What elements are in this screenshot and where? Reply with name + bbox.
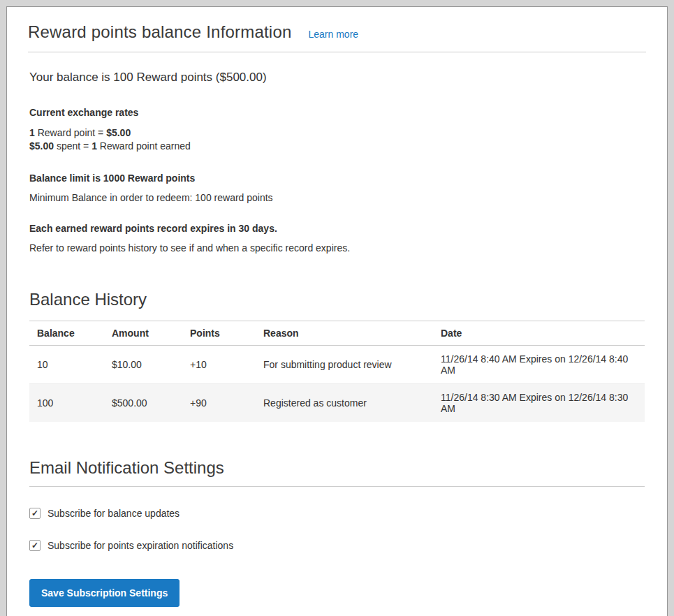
min-balance-text: Minimum Balance in order to redeem: 100 … xyxy=(29,192,645,203)
rate-points-value: 1 xyxy=(29,127,35,138)
exchange-rate-line-1: 1 Reward point = $5.00 xyxy=(29,126,645,140)
balance-summary: Your balance is 100 Reward points ($500.… xyxy=(29,71,645,85)
exchange-rate-line-2: $5.00 spent = 1 Reward point earned xyxy=(29,140,645,153)
column-header-reason: Reason xyxy=(256,321,433,345)
cell-points: +90 xyxy=(182,383,256,422)
exchange-rates: 1 Reward point = $5.00 $5.00 spent = 1 R… xyxy=(29,126,645,153)
rate-text: Reward point earned xyxy=(100,140,191,152)
reward-points-card: Reward points balance Information Learn … xyxy=(6,6,668,616)
page-title: Reward points balance Information xyxy=(28,22,291,42)
cell-points: +10 xyxy=(182,345,256,383)
checkbox-label: Subscribe for balance updates xyxy=(47,508,180,519)
expiry-note-text: Refer to reward points history to see if… xyxy=(29,242,645,254)
subscribe-balance-updates-option[interactable]: Subscribe for balance updates xyxy=(29,508,180,519)
expiration-notifications-checkbox[interactable] xyxy=(29,540,41,551)
rate-money-value: $5.00 xyxy=(106,127,131,138)
page-title-wrapper: Reward points balance Information Learn … xyxy=(28,22,646,52)
balance-history-table: Balance Amount Points Reason Date 10 $10… xyxy=(29,321,645,422)
checkbox-label: Subscribe for points expiration notifica… xyxy=(47,540,233,551)
cell-balance: 100 xyxy=(29,383,104,422)
rate-text: Reward point = xyxy=(38,127,104,138)
column-header-amount: Amount xyxy=(104,321,182,345)
email-settings-heading: Email Notification Settings xyxy=(29,458,645,487)
rate-points-value: 1 xyxy=(91,140,97,152)
cell-date: 11/26/14 8:40 AM Expires on 12/26/14 8:4… xyxy=(433,345,645,383)
rate-text: spent = xyxy=(57,140,89,152)
table-row: 100 $500.00 +90 Registered as customer 1… xyxy=(29,383,645,422)
table-header-row: Balance Amount Points Reason Date xyxy=(29,321,645,345)
learn-more-link[interactable]: Learn more xyxy=(308,29,358,40)
cell-reason: For submitting product review xyxy=(256,345,433,383)
table-row: 10 $10.00 +10 For submitting product rev… xyxy=(29,345,645,383)
subscribe-expiration-notifications-option[interactable]: Subscribe for points expiration notifica… xyxy=(29,540,233,551)
exchange-rates-heading: Current exchange rates xyxy=(29,107,645,118)
cell-amount: $500.00 xyxy=(104,383,182,422)
column-header-balance: Balance xyxy=(29,321,104,345)
expiry-heading: Each earned reward points record expires… xyxy=(29,223,645,234)
cell-date: 11/26/14 8:30 AM Expires on 12/26/14 8:3… xyxy=(433,383,645,422)
cell-amount: $10.00 xyxy=(104,345,182,383)
column-header-points: Points xyxy=(182,321,256,345)
column-header-date: Date xyxy=(433,321,645,345)
balance-history-heading: Balance History xyxy=(29,290,645,309)
save-subscription-button[interactable]: Save Subscription Settings xyxy=(29,579,180,607)
balance-limit-heading: Balance limit is 1000 Reward points xyxy=(29,173,645,184)
balance-updates-checkbox[interactable] xyxy=(29,508,41,519)
main-content: Your balance is 100 Reward points ($500.… xyxy=(7,71,667,616)
cell-balance: 10 xyxy=(29,345,104,383)
cell-reason: Registered as customer xyxy=(256,383,433,422)
rate-money-value: $5.00 xyxy=(29,140,54,152)
